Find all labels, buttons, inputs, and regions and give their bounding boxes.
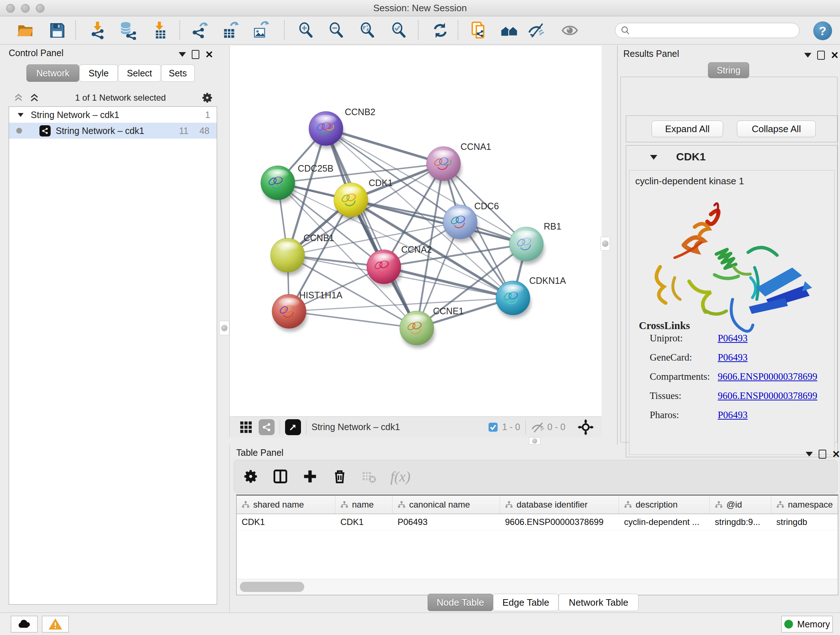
close-panel-icon[interactable]: ✕ [205,51,213,58]
tab-style[interactable]: Style [79,65,118,82]
hide-selection-icon[interactable] [526,20,547,41]
zoom-selected-icon[interactable] [388,20,409,41]
zoom-fit-icon[interactable] [357,20,378,41]
scrollbar-thumb[interactable] [240,582,304,592]
column-header-database-identifier[interactable]: database identifier [500,496,619,514]
network-canvas[interactable]: CCNB2CCNA1CDC25BCDK1CDC6RB1CCNB1CCNA2CDK… [229,46,602,416]
add-column-icon[interactable] [302,469,318,485]
open-session-icon[interactable] [15,20,36,41]
table-row[interactable]: CDK1CDK1P064939606.ENSP00000378699cyclin… [237,514,838,530]
node-label-hist1h1a: HIST1H1A [299,290,343,300]
help-icon[interactable]: ? [813,21,832,40]
network-node-ccna1[interactable] [426,147,462,184]
table-cell[interactable]: stringdb [771,514,838,530]
first-neighbors-icon[interactable] [499,20,520,41]
import-network-database-icon[interactable] [117,20,138,41]
tab-network-table[interactable]: Network Table [559,594,638,611]
close-panel-icon[interactable]: ✕ [832,451,840,458]
bottom-splitter-handle[interactable] [529,437,540,445]
table-horizontal-scrollbar[interactable] [237,579,837,594]
float-panel-icon[interactable] [192,50,199,59]
expand-all-button[interactable]: Expand All [652,120,723,137]
float-panel-icon[interactable] [819,450,826,459]
new-network-from-selection-icon[interactable] [469,20,489,41]
crosslink-link[interactable]: P06493 [718,352,748,363]
network-edge[interactable] [289,311,417,328]
collapse-all-icon[interactable] [13,92,24,103]
crosslink-link[interactable]: P06493 [718,333,748,344]
network-row[interactable]: String Network – cdk1 11 48 [9,123,217,139]
delete-table-icon [362,469,377,484]
refresh-icon[interactable] [430,20,451,41]
tab-sets[interactable]: Sets [161,65,195,82]
left-splitter-handle[interactable] [219,321,229,335]
tab-network[interactable]: Network [27,65,79,82]
table-cell[interactable]: P06493 [393,514,500,530]
show-all-icon[interactable] [559,20,580,41]
export-network-icon[interactable] [189,20,210,41]
protein-result-card: CDK1 cyclin-dependent kinase 1 [626,145,838,457]
network-node-cdk1[interactable] [334,183,369,220]
collection-collapse-icon[interactable] [18,113,24,117]
table-cell[interactable]: cyclin-dependent ... [619,514,710,530]
float-panel-icon[interactable] [817,51,825,60]
grid-view-icon[interactable] [239,420,253,434]
search-input[interactable] [615,23,799,38]
zoom-in-icon[interactable] [295,20,316,41]
network-options-gear-icon[interactable] [201,92,213,104]
table-settings-icon[interactable] [243,469,259,485]
import-table-icon[interactable] [149,20,170,41]
close-panel-icon[interactable]: ✕ [831,52,839,59]
panel-menu-icon[interactable] [179,52,186,57]
column-header-namespace[interactable]: namespace [771,496,838,514]
column-header-shared-name[interactable]: shared name [237,496,335,514]
toolbar-separator [458,21,458,40]
crosslink-link[interactable]: 9606.ENSP00000378699 [718,390,817,402]
network-node-cdc6[interactable] [443,205,478,242]
crosslink-link[interactable]: 9606.ENSP00000378699 [718,371,817,382]
warnings-button[interactable] [42,616,69,632]
memory-button[interactable]: Memory [782,616,833,632]
panel-menu-icon[interactable] [804,53,812,57]
network-node-ccnb1[interactable] [271,238,306,276]
crosslink-link[interactable]: P06493 [718,409,748,421]
save-session-icon[interactable] [47,20,68,41]
network-node-cdc25b[interactable] [261,166,296,203]
delete-column-icon[interactable] [332,469,347,485]
column-header-name[interactable]: name [335,496,393,514]
table-cell[interactable]: CDK1 [335,514,393,530]
selected-checkbox[interactable] [488,422,499,432]
tab-select[interactable]: Select [118,65,161,82]
collapse-protein-icon[interactable] [650,155,657,160]
export-table-icon[interactable] [220,20,241,41]
tab-edge-table[interactable]: Edge Table [493,594,559,611]
network-node-rb1[interactable] [509,227,545,264]
share-view-icon[interactable] [259,419,275,435]
import-network-file-icon[interactable] [87,20,108,41]
right-splitter-handle[interactable] [600,237,610,250]
open-in-window-icon[interactable] [285,419,301,435]
network-node-ccnb2[interactable] [309,111,344,149]
column-header-description[interactable]: description [619,496,710,514]
tab-node-table[interactable]: Node Table [428,594,493,611]
collapse-all-button[interactable]: Collapse All [737,120,816,137]
table-cell[interactable]: CDK1 [237,514,335,530]
network-node-cdkn1a[interactable] [496,281,531,318]
export-image-icon[interactable] [251,20,272,41]
cloud-status-button[interactable] [11,616,38,632]
crosslink-row: Tissues:9606.ENSP00000378699 [650,390,682,402]
table-panel-title: Table Panel [236,448,284,458]
panel-menu-icon[interactable] [806,452,813,456]
show-columns-icon[interactable] [272,469,288,485]
expand-all-icon[interactable] [29,92,40,103]
fit-crosshair-icon[interactable] [578,419,594,435]
zoom-out-icon[interactable] [325,20,347,41]
table-cell[interactable]: stringdb:9... [710,514,771,530]
network-type-icon [39,125,51,136]
network-node-ccne1[interactable] [400,311,435,348]
column-header--id[interactable]: @id [710,496,771,514]
tab-string[interactable]: String [708,62,749,78]
table-cell[interactable]: 9606.ENSP00000378699 [500,514,619,530]
network-collection-row[interactable]: String Network – cdk1 1 [9,107,217,123]
column-header-canonical-name[interactable]: canonical name [393,496,500,514]
